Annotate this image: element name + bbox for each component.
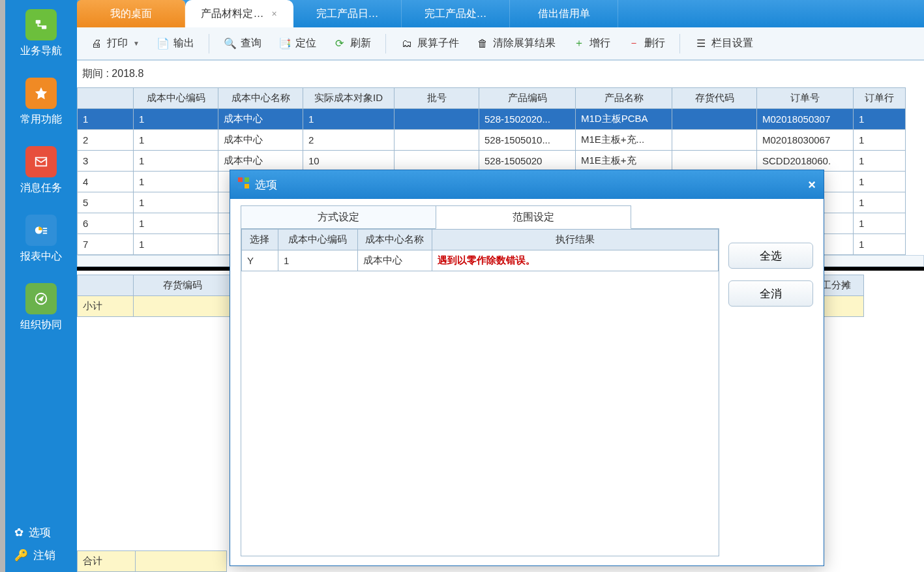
- column-header[interactable]: 订单号: [757, 88, 854, 109]
- tab-mode-setting[interactable]: 方式设定: [241, 205, 436, 229]
- close-icon[interactable]: ×: [271, 8, 276, 19]
- table-cell[interactable]: 1: [854, 109, 906, 130]
- clear-expand-button[interactable]: 🗑 清除展算结果: [469, 34, 562, 53]
- export-button[interactable]: 📄 输出: [150, 34, 201, 53]
- table-cell[interactable]: 遇到以零作除数错误。: [432, 250, 718, 271]
- table-cell[interactable]: 1: [134, 192, 218, 213]
- sidebar-item-org[interactable]: 组织协同: [20, 283, 62, 332]
- sidebar-item-reports[interactable]: 报表中心: [20, 215, 62, 263]
- column-header[interactable]: 成本中心名称: [218, 88, 303, 109]
- table-cell[interactable]: 1: [854, 213, 906, 234]
- table-cell[interactable]: 成本中心: [218, 109, 303, 130]
- table-cell[interactable]: 1: [134, 130, 218, 151]
- table-cell[interactable]: 1: [854, 172, 906, 192]
- sidebar-logout[interactable]: 🔑 注销: [14, 548, 68, 563]
- toolbar-label: 展算子件: [417, 37, 459, 50]
- table-cell[interactable]: [395, 130, 479, 151]
- table-cell[interactable]: 1: [854, 192, 906, 213]
- table-cell[interactable]: M1E主板+充: [576, 151, 672, 172]
- dialog-result-grid[interactable]: 选择成本中心编码成本中心名称执行结果 Y1成本中心遇到以零作除数错误。: [241, 228, 719, 556]
- deselect-all-button[interactable]: 全消: [728, 280, 813, 307]
- table-cell[interactable]: 1: [134, 213, 218, 234]
- column-header[interactable]: 执行结果: [432, 230, 718, 250]
- refresh-button[interactable]: ⟳ 刷新: [327, 34, 378, 53]
- table-cell[interactable]: 成本中心: [218, 130, 303, 151]
- column-settings-button[interactable]: ☰ 栏目设置: [688, 34, 760, 53]
- table-cell[interactable]: 1: [854, 151, 906, 172]
- tab-product-material[interactable]: 产品材料定… ×: [185, 0, 293, 27]
- table-cell[interactable]: Y: [242, 250, 278, 271]
- tab-scope-setting[interactable]: 范围设定: [436, 205, 631, 229]
- dialog-titlebar[interactable]: 选项 ×: [230, 170, 824, 199]
- table-cell[interactable]: [395, 109, 479, 130]
- select-all-button[interactable]: 全选: [728, 243, 813, 269]
- column-header[interactable]: [78, 88, 134, 109]
- table-cell[interactable]: SCDD2018060.: [757, 151, 854, 172]
- table-cell[interactable]: [672, 130, 757, 151]
- column-header[interactable]: 产品名称: [576, 88, 672, 109]
- sidebar-item-messages[interactable]: 消息任务: [20, 146, 62, 195]
- sidebar-options[interactable]: ✿ 选项: [14, 525, 68, 540]
- table-row[interactable]: 31成本中心10528-1505020M1E主板+充SCDD2018060.1: [78, 151, 906, 172]
- table-cell[interactable]: 1: [134, 151, 218, 172]
- column-header[interactable]: 存货编码: [134, 275, 231, 296]
- table-cell[interactable]: 4: [78, 172, 134, 192]
- table-cell[interactable]: 1: [134, 172, 218, 192]
- table-cell[interactable]: M1D主板PCBA: [576, 109, 672, 130]
- table-cell[interactable]: 1: [854, 130, 906, 151]
- table-cell[interactable]: 2: [303, 130, 395, 151]
- table-cell[interactable]: 1: [78, 109, 134, 130]
- sidebar: 业务导航 常用功能 消息任务 报表中心 组织协同: [5, 0, 77, 572]
- tab-finished-daily[interactable]: 完工产品日…: [293, 0, 402, 27]
- table-cell[interactable]: 1: [134, 234, 218, 255]
- table-cell[interactable]: M02018050307: [757, 109, 854, 130]
- table-row[interactable]: Y1成本中心遇到以零作除数错误。: [242, 250, 719, 271]
- column-header[interactable]: 成本中心编码: [278, 230, 357, 250]
- table-cell[interactable]: 528-1502020...: [479, 109, 576, 130]
- tab-desktop[interactable]: 我的桌面: [77, 0, 185, 27]
- table-cell[interactable]: 成本中心: [357, 250, 432, 271]
- table-cell[interactable]: 528-1505010...: [479, 130, 576, 151]
- table-cell[interactable]: 成本中心: [218, 151, 303, 172]
- close-icon[interactable]: ×: [808, 177, 816, 192]
- delete-row-button[interactable]: － 删行: [621, 34, 672, 53]
- column-header[interactable]: 批号: [395, 88, 479, 109]
- column-header[interactable]: 选择: [242, 230, 278, 250]
- column-header[interactable]: 产品编码: [479, 88, 576, 109]
- table-row[interactable]: 21成本中心2528-1505010...M1E主板+充...M02018030…: [78, 130, 906, 151]
- locate-button[interactable]: 📑 定位: [272, 34, 323, 53]
- table-cell[interactable]: 1: [278, 250, 357, 271]
- print-button[interactable]: 🖨 打印 ▼: [83, 34, 146, 53]
- table-cell[interactable]: 3: [78, 151, 134, 172]
- table-cell[interactable]: 1: [303, 109, 395, 130]
- expand-button[interactable]: 🗂 展算子件: [394, 34, 466, 53]
- query-button[interactable]: 🔍 查询: [217, 34, 268, 53]
- tab-finished-process[interactable]: 完工产品处…: [402, 0, 510, 27]
- table-cell[interactable]: 1: [854, 234, 906, 255]
- chevron-down-icon[interactable]: ▼: [133, 40, 140, 47]
- table-cell[interactable]: 2: [78, 130, 134, 151]
- table-cell[interactable]: 6: [78, 213, 134, 234]
- table-cell[interactable]: [672, 109, 757, 130]
- table-cell[interactable]: 7: [78, 234, 134, 255]
- table-cell[interactable]: [672, 151, 757, 172]
- table-cell[interactable]: M02018030067: [757, 130, 854, 151]
- column-header[interactable]: 订单行: [854, 88, 906, 109]
- column-header[interactable]: 成本中心编码: [134, 88, 218, 109]
- column-header[interactable]: [78, 275, 134, 296]
- add-row-button[interactable]: ＋ 增行: [566, 34, 617, 53]
- column-header[interactable]: 成本中心名称: [357, 230, 432, 250]
- table-row[interactable]: 11成本中心1528-1502020...M1D主板PCBAM020180503…: [78, 109, 906, 130]
- table-cell[interactable]: 528-1505020: [479, 151, 576, 172]
- table-cell[interactable]: 5: [78, 192, 134, 213]
- table-cell[interactable]: 1: [134, 109, 218, 130]
- sidebar-item-biz-nav[interactable]: 业务导航: [20, 9, 62, 58]
- table-cell[interactable]: [395, 151, 479, 172]
- sidebar-item-label: 常用功能: [20, 113, 62, 127]
- column-header[interactable]: 实际成本对象ID: [303, 88, 395, 109]
- table-cell[interactable]: 10: [303, 151, 395, 172]
- tab-loan-form[interactable]: 借出借用单: [510, 0, 618, 27]
- column-header[interactable]: 存货代码: [672, 88, 757, 109]
- table-cell[interactable]: M1E主板+充...: [576, 130, 672, 151]
- sidebar-item-favorites[interactable]: 常用功能: [20, 78, 62, 127]
